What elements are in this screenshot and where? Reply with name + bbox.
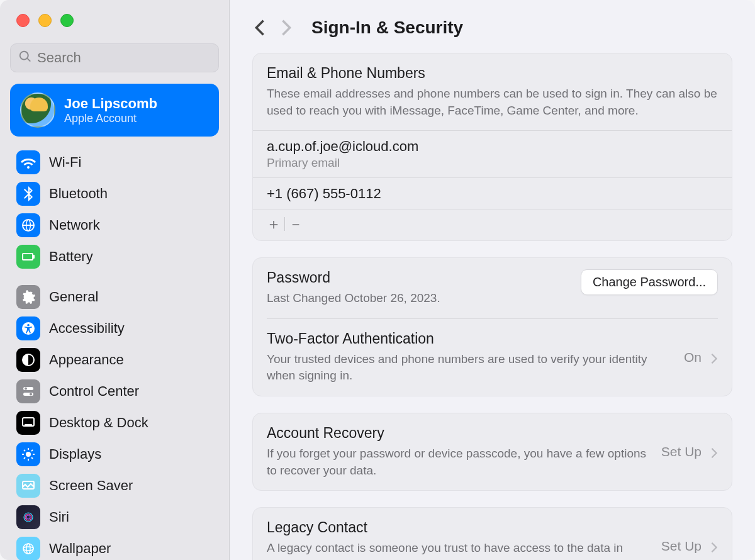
window-controls (0, 0, 229, 38)
sidebar-item-label: Displays (49, 446, 101, 462)
maximize-window-button[interactable] (60, 14, 74, 27)
chevron-right-icon (710, 352, 718, 365)
sidebar-item-label: Desktop & Dock (49, 415, 148, 431)
email-phone-title: Email & Phone Numbers (267, 65, 718, 82)
add-remove-controls: ＋ － (253, 210, 732, 240)
legacy-status: Set Up (661, 539, 702, 554)
chevron-right-icon (710, 447, 718, 459)
two-factor-row[interactable]: Two-Factor Authentication Your trusted d… (253, 319, 732, 396)
contact-entry-phone[interactable]: +1 (667) 555-0112 (253, 178, 732, 210)
appearance-icon (16, 348, 40, 372)
sidebar-item-network[interactable]: Network (10, 210, 219, 241)
sidebar-item-label: General (49, 289, 98, 305)
battery-icon (16, 245, 40, 269)
two-factor-desc: Your trusted devices and phone numbers a… (267, 351, 671, 384)
search-icon (18, 50, 32, 66)
sidebar-item-label: Appearance (49, 352, 124, 368)
contact-value: +1 (667) 555-0112 (267, 186, 718, 202)
sidebar-item-wifi[interactable]: Wi-Fi (10, 147, 219, 178)
sidebar-item-screen-saver[interactable]: Screen Saver (10, 470, 219, 501)
search-field[interactable] (10, 43, 219, 72)
recovery-desc: If you forget your password or device pa… (267, 445, 649, 479)
sidebar-item-displays[interactable]: Displays (10, 439, 219, 470)
sidebar-item-label: Control Center (49, 383, 139, 400)
svg-point-21 (26, 544, 30, 554)
recovery-status: Set Up (661, 444, 702, 459)
svg-point-20 (23, 544, 33, 554)
sidebar-item-battery[interactable]: Battery (10, 241, 219, 272)
search-input[interactable] (37, 50, 211, 66)
sidebar-item-label: Siri (49, 509, 69, 525)
sidebar-item-label: Battery (49, 249, 93, 265)
password-subtitle: Last Changed October 26, 2023. (267, 290, 568, 307)
sidebar-item-label: Bluetooth (49, 186, 108, 202)
sidebar-item-label: Accessibility (49, 320, 125, 337)
gear-icon (16, 285, 40, 309)
chevron-right-icon (710, 541, 718, 554)
contact-value: a.cup.of.joe@icloud.com (267, 138, 718, 155)
svg-point-22 (23, 547, 33, 551)
forward-button[interactable] (279, 20, 294, 35)
sidebar-item-control-center[interactable]: Control Center (10, 376, 219, 407)
header: Sign-In & Security (230, 0, 755, 53)
contact-subtitle: Primary email (267, 156, 718, 170)
back-button[interactable] (252, 20, 267, 35)
close-window-button[interactable] (16, 14, 30, 27)
change-password-button[interactable]: Change Password... (581, 269, 718, 295)
password-2fa-card: Password Last Changed October 26, 2023. … (252, 257, 732, 396)
sidebar-item-label: Wallpaper (49, 540, 111, 557)
sidebar: Joe Lipscomb Apple Account Wi-Fi Bluetoo… (0, 0, 230, 560)
svg-line-14 (24, 457, 25, 459)
svg-point-7 (26, 452, 31, 457)
svg-point-4 (30, 393, 32, 396)
sidebar-group-system: General Accessibility Appearance Control… (0, 279, 229, 560)
sidebar-item-label: Wi-Fi (49, 154, 81, 171)
network-icon (16, 213, 40, 237)
email-phone-card: Email & Phone Numbers These email addres… (252, 53, 732, 241)
minimize-window-button[interactable] (38, 14, 52, 27)
sidebar-item-label: Network (49, 217, 100, 233)
sidebar-item-appearance[interactable]: Appearance (10, 344, 219, 376)
svg-rect-6 (25, 424, 32, 426)
two-factor-status: On (684, 350, 702, 365)
sidebar-item-desktop-dock[interactable]: Desktop & Dock (10, 407, 219, 439)
user-name: Joe Lipscomb (64, 96, 157, 112)
avatar (20, 92, 55, 128)
bluetooth-icon (16, 182, 40, 206)
svg-line-15 (31, 450, 33, 451)
sidebar-item-siri[interactable]: Siri (10, 501, 219, 533)
account-recovery-card[interactable]: Account Recovery If you forget your pass… (252, 413, 732, 491)
screen-saver-icon (16, 474, 40, 498)
page-title: Sign-In & Security (311, 18, 463, 38)
svg-point-3 (25, 388, 27, 390)
svg-line-12 (24, 450, 25, 451)
password-title: Password (267, 269, 568, 286)
legacy-title: Legacy Contact (267, 519, 649, 536)
sidebar-item-wallpaper[interactable]: Wallpaper (10, 533, 219, 560)
recovery-title: Account Recovery (267, 425, 649, 442)
svg-point-19 (26, 515, 30, 519)
sidebar-item-accessibility[interactable]: Accessibility (10, 313, 219, 344)
siri-icon (16, 505, 40, 529)
add-button[interactable]: ＋ (263, 215, 284, 233)
legacy-desc: A legacy contact is someone you trust to… (267, 540, 649, 560)
user-subtitle: Apple Account (64, 112, 157, 125)
remove-button[interactable]: － (285, 215, 306, 233)
sidebar-item-label: Screen Saver (49, 478, 133, 494)
email-phone-desc: These email addresses and phone numbers … (267, 86, 718, 119)
contact-entry-email[interactable]: a.cup.of.joe@icloud.com Primary email (253, 131, 732, 177)
displays-icon (16, 442, 40, 466)
legacy-contact-card[interactable]: Legacy Contact A legacy contact is someo… (252, 507, 732, 560)
control-center-icon (16, 379, 40, 403)
sidebar-item-general[interactable]: General (10, 281, 219, 313)
wallpaper-icon (16, 537, 40, 560)
accessibility-icon (16, 316, 40, 340)
sidebar-user-card[interactable]: Joe Lipscomb Apple Account (10, 84, 219, 137)
svg-line-13 (31, 457, 33, 459)
sidebar-group-network: Wi-Fi Bluetooth Network Battery (0, 144, 229, 279)
wifi-icon (16, 150, 40, 174)
content-pane: Sign-In & Security Email & Phone Numbers… (230, 0, 755, 560)
sidebar-item-bluetooth[interactable]: Bluetooth (10, 178, 219, 210)
desktop-dock-icon (16, 411, 40, 435)
two-factor-title: Two-Factor Authentication (267, 330, 671, 347)
